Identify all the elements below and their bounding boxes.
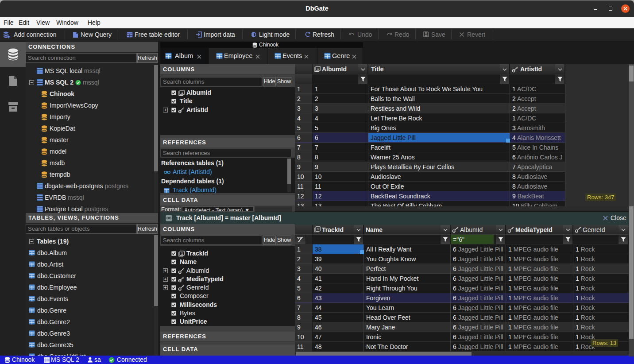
svg-text:1: 1 [181, 91, 183, 95]
svg-text:1: 1 [317, 227, 319, 231]
svg-text:1: 1 [181, 252, 183, 256]
svg-text:1: 1 [317, 67, 319, 71]
